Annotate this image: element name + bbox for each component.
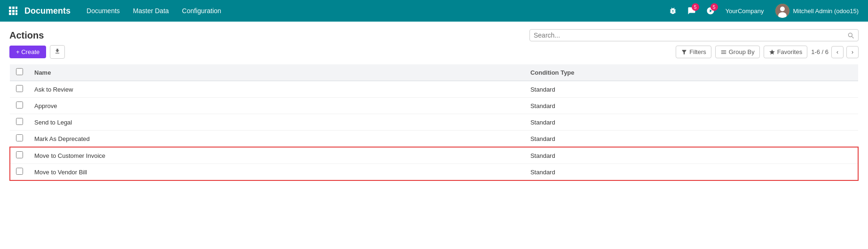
row-condition-type: Standard: [525, 164, 858, 181]
app-brand: Documents: [24, 6, 71, 16]
select-all-header: [10, 64, 29, 81]
row-name: Ask to Review: [29, 81, 525, 98]
svg-rect-6: [9, 13, 11, 15]
user-name: Mitchell Admin (odoo15): [793, 8, 859, 15]
table-row: Send to LegalStandard: [10, 114, 858, 131]
svg-rect-5: [16, 10, 17, 12]
condition-type-column-header: Condition Type: [525, 64, 858, 81]
favorites-button[interactable]: Favorites: [764, 46, 807, 58]
pagination-info: 1-6 / 6: [811, 48, 829, 55]
table-row: Move to Vendor BillStandard: [10, 164, 858, 181]
prev-page-button[interactable]: ‹: [831, 46, 844, 58]
chat-badge: 5: [692, 3, 699, 11]
svg-rect-3: [9, 10, 11, 12]
svg-rect-2: [16, 7, 17, 9]
menu-master-data[interactable]: Master Data: [126, 0, 175, 22]
group-by-button[interactable]: Group By: [715, 46, 760, 58]
menu-documents[interactable]: Documents: [80, 0, 126, 22]
svg-rect-8: [16, 13, 17, 15]
row-checkbox[interactable]: [16, 168, 23, 175]
topnav-menu: Documents Master Data Configuration: [80, 0, 665, 22]
bug-icon-btn[interactable]: [665, 3, 680, 18]
topnav: Documents Documents Master Data Configur…: [0, 0, 868, 22]
row-name: Move to Vendor Bill: [29, 164, 525, 181]
svg-rect-1: [12, 7, 15, 9]
row-condition-type: Standard: [525, 147, 858, 164]
table-row: ApproveStandard: [10, 98, 858, 114]
page-content: Actions + Create Filters Group By Fa: [0, 22, 868, 181]
user-avatar: [775, 4, 789, 18]
svg-rect-0: [9, 7, 11, 9]
next-page-button[interactable]: ›: [846, 46, 859, 58]
search-input[interactable]: [534, 31, 847, 39]
row-name: Mark As Deprecated: [29, 131, 525, 148]
row-condition-type: Standard: [525, 131, 858, 148]
name-column-header: Name: [29, 64, 525, 81]
toolbar: + Create Filters Group By Favorites 1-6 …: [9, 45, 859, 59]
row-condition-type: Standard: [525, 98, 858, 114]
table-row: Mark As DeprecatedStandard: [10, 131, 858, 148]
row-checkbox[interactable]: [16, 85, 23, 92]
activity-badge: 5: [710, 3, 718, 11]
row-name: Move to Customer Invoice: [29, 147, 525, 164]
topnav-right: 5 5 YourCompany Mitchell Admin (odoo15): [665, 3, 862, 18]
company-name: YourCompany: [722, 8, 768, 15]
pagination: 1-6 / 6 ‹ ›: [811, 46, 859, 58]
row-condition-type: Standard: [525, 114, 858, 131]
row-name: Send to Legal: [29, 114, 525, 131]
svg-point-10: [780, 7, 785, 11]
row-checkbox[interactable]: [16, 118, 23, 125]
search-bar: [529, 29, 859, 41]
chat-icon-btn[interactable]: 5: [684, 3, 699, 18]
menu-configuration[interactable]: Configuration: [175, 0, 228, 22]
row-checkbox[interactable]: [16, 101, 23, 109]
user-menu[interactable]: Mitchell Admin (odoo15): [772, 4, 862, 18]
activity-icon-btn[interactable]: 5: [703, 3, 718, 18]
page-title: Actions: [9, 30, 44, 41]
star-icon: [769, 49, 775, 55]
download-icon: [54, 48, 61, 54]
svg-rect-4: [12, 10, 15, 12]
table-row: Ask to ReviewStandard: [10, 81, 858, 98]
select-all-checkbox[interactable]: [16, 68, 23, 75]
action-bar: Actions: [9, 29, 859, 41]
toolbar-right: Filters Group By Favorites 1-6 / 6 ‹ ›: [676, 46, 859, 58]
row-checkbox[interactable]: [16, 151, 23, 158]
actions-table: Name Condition Type Ask to ReviewStandar…: [9, 64, 859, 181]
toolbar-left: + Create: [9, 45, 65, 59]
apps-menu-icon[interactable]: [6, 3, 21, 18]
row-name: Approve: [29, 98, 525, 114]
filter-icon: [681, 49, 687, 55]
download-button[interactable]: [50, 45, 65, 59]
svg-rect-7: [12, 13, 15, 15]
create-button[interactable]: + Create: [9, 46, 46, 58]
filters-button[interactable]: Filters: [676, 46, 711, 58]
group-by-icon: [720, 49, 727, 55]
search-icon: [847, 31, 854, 39]
row-condition-type: Standard: [525, 81, 858, 98]
table-row: Move to Customer InvoiceStandard: [10, 147, 858, 164]
row-checkbox[interactable]: [16, 134, 23, 141]
